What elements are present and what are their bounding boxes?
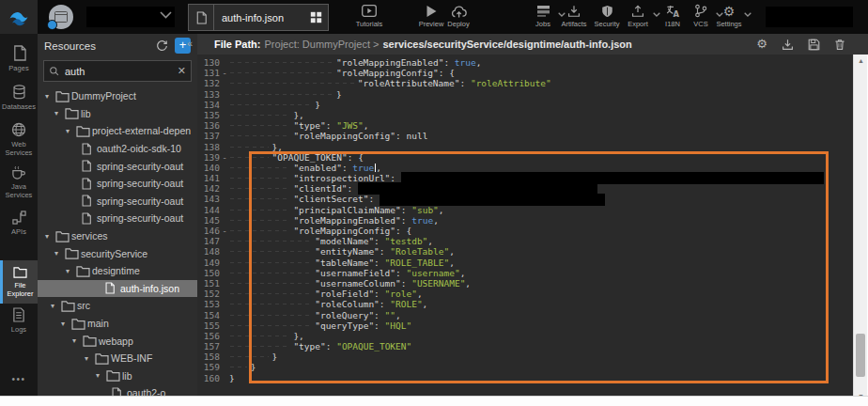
tab-title: auth-info.json — [214, 5, 303, 30]
scroll-up-arrow[interactable]: ▲ — [854, 55, 868, 67]
code-line-144[interactable]: 144"principalClaimName": "sub", — [197, 205, 853, 215]
chevron-expanded-icon[interactable]: ▾ — [45, 232, 54, 241]
code-line-131[interactable]: 131-"roleMappingConfig": { — [197, 68, 853, 78]
code-line-146[interactable]: 146-"roleMappingConfig": { — [197, 226, 853, 236]
toolbar-button-deploy[interactable]: Deploy — [438, 4, 479, 28]
code-line-157[interactable]: 157"type": "OPAQUE_TOKEN" — [197, 341, 853, 351]
code-line-130[interactable]: 130"roleMappingEnabled": true, — [197, 57, 853, 68]
code-line-150[interactable]: 150"usernameField": "username", — [197, 268, 853, 278]
folder-icon — [83, 335, 95, 347]
sidebar-item-databases[interactable]: Databases — [0, 85, 38, 111]
tree-item-web-inf[interactable]: ▾WEB-INF — [38, 350, 197, 367]
fold-marker-icon[interactable]: - — [220, 68, 229, 78]
chevron-expanded-icon[interactable]: ▾ — [45, 92, 54, 101]
chevron-expanded-icon[interactable]: ▾ — [85, 354, 94, 363]
app-logo[interactable] — [0, 0, 38, 34]
tree-item-project-external-depen[interactable]: ▾project-external-depen — [38, 122, 197, 140]
save-file-icon[interactable] — [808, 39, 820, 51]
sidebar-item-apis[interactable]: APIs — [0, 211, 38, 236]
tree-item-spring-security-oaut[interactable]: spring-security-oaut — [38, 210, 197, 227]
tree-item-designtime[interactable]: ▾designtime — [38, 262, 197, 280]
sidebar-item-pages[interactable]: Pages — [0, 45, 38, 72]
folder-icon — [76, 265, 88, 277]
folder-icon — [65, 107, 77, 119]
sidebar-item-logs[interactable]: Logs — [0, 307, 38, 334]
folder-icon — [55, 230, 68, 242]
toolbar-button-settings[interactable]: ⚙Settings — [708, 4, 750, 28]
code-line-135[interactable]: 135}, — [197, 110, 853, 120]
code-line-149[interactable]: 149"tableName": "ROLE_TABLE", — [197, 258, 853, 268]
code-line-136[interactable]: 136"type": "JWS", — [197, 120, 853, 131]
code-line-133[interactable]: 133} — [197, 89, 853, 100]
toolbar-button-tutorials[interactable]: Tutorials — [349, 4, 390, 28]
chevron-expanded-icon[interactable]: ▾ — [54, 249, 64, 258]
code-line-156[interactable]: 156}, — [197, 331, 853, 341]
code-editor[interactable]: 130"roleMappingEnabled": true,131-"roleM… — [197, 55, 853, 396]
tree-item-lib[interactable]: ▾lib — [38, 367, 197, 385]
sidebar-item-more[interactable]: ••• — [0, 369, 38, 386]
folder-icon — [13, 266, 27, 278]
tree-item-src[interactable]: ▾src — [38, 297, 197, 315]
code-line-159[interactable]: 159} — [197, 362, 853, 372]
download-file-icon[interactable] — [782, 39, 794, 51]
tree-item-main[interactable]: ▾main — [38, 315, 197, 333]
cloud-up-icon — [451, 4, 467, 18]
file-path-label: File Path: — [214, 39, 261, 50]
tree-item-services[interactable]: ▾services — [38, 227, 197, 245]
tree-item-spring-security-oaut[interactable]: spring-security-oaut — [38, 175, 197, 193]
code-line-147[interactable]: 147"modelName": "testdb", — [197, 236, 853, 246]
tree-item-spring-security-oaut[interactable]: spring-security-oaut — [38, 193, 197, 211]
sidebar-item-java-services[interactable]: Java Services — [0, 165, 38, 199]
code-line-138[interactable]: 138}, — [197, 142, 853, 152]
code-line-145[interactable]: 145"roleMappingEnabled": true, — [197, 215, 853, 226]
code-line-143[interactable]: 143"clientSecret": — [197, 194, 853, 204]
code-line-137[interactable]: 137"roleMappingConfig": null — [197, 131, 853, 141]
editor-scrollbar[interactable]: ▲ ▼ — [853, 55, 867, 402]
open-file-tab[interactable]: auth-info.json — [188, 4, 329, 31]
code-line-139[interactable]: 139-"OPAQUE_TOKEN": { — [197, 152, 853, 163]
code-line-160[interactable]: 160} — [197, 373, 853, 383]
code-line-132[interactable]: 132"roleAttributeName": "roleAttribute" — [197, 78, 853, 88]
file-icon — [189, 5, 214, 30]
collapse-panel-icon[interactable]: « — [187, 38, 193, 49]
chevron-expanded-icon[interactable]: ▾ — [54, 109, 64, 117]
refresh-icon[interactable] — [156, 39, 168, 52]
tree-item-spring-security-oaut[interactable]: spring-security-oaut — [38, 157, 197, 175]
chevron-expanded-icon[interactable]: ▾ — [66, 127, 75, 135]
tree-item-oauth2-o[interactable]: oauth2-o — [38, 384, 197, 396]
search-input[interactable] — [63, 65, 178, 78]
chevron-expanded-icon[interactable]: ▾ — [66, 267, 75, 275]
chevron-expanded-icon[interactable]: ▾ — [61, 320, 70, 328]
code-line-158[interactable]: 158} — [197, 351, 853, 362]
chevron-expanded-icon[interactable]: ▾ — [96, 371, 105, 380]
fold-marker-icon[interactable]: - — [220, 152, 229, 163]
sidebar-item-web-services[interactable]: Web Services — [0, 122, 38, 157]
code-line-151[interactable]: 151"usernameColumn": "USERNAME", — [197, 278, 853, 289]
fold-marker-icon[interactable]: - — [220, 226, 229, 236]
project-chevron-down-icon[interactable] — [160, 11, 172, 19]
code-line-148[interactable]: 148"entityName": "RoleTable", — [197, 246, 853, 257]
file-settings-gear-icon[interactable]: ⚙ — [756, 38, 767, 51]
page-bottom-strip — [0, 396, 868, 406]
tree-item-dummyproject[interactable]: ▾DummyProject — [38, 87, 197, 105]
clear-search-icon[interactable]: ✕ — [178, 65, 186, 77]
chevron-down-icon[interactable] — [744, 12, 752, 17]
tree-item-lib[interactable]: ▾lib — [38, 105, 197, 123]
grid-icon[interactable] — [303, 5, 328, 30]
code-line-134[interactable]: 134} — [197, 100, 853, 110]
tree-item-webapp[interactable]: ▾webapp — [38, 332, 197, 350]
project-avatar[interactable] — [49, 5, 73, 29]
folder-icon — [95, 352, 107, 365]
code-line-152[interactable]: 152"roleField": "role", — [197, 289, 853, 299]
delete-file-trash-icon[interactable] — [834, 39, 845, 51]
scrollbar-thumb[interactable] — [856, 334, 865, 377]
code-line-155[interactable]: 155"queryType": "HQL" — [197, 320, 853, 331]
tree-item-oauth2-oidc-sdk-10[interactable]: oauth2-oidc-sdk-10 — [38, 140, 197, 158]
sidebar-item-file-explorer[interactable]: File Explorer — [0, 260, 38, 304]
chevron-expanded-icon[interactable]: ▾ — [51, 302, 60, 310]
code-line-153[interactable]: 153"roleColumn": "ROLE", — [197, 299, 853, 309]
chevron-expanded-icon[interactable]: ▾ — [72, 336, 82, 345]
tree-item-securityservice[interactable]: ▾securityService — [38, 244, 197, 262]
code-line-154[interactable]: 154"roleQuery": "", — [197, 310, 853, 320]
tree-item-auth-info-json[interactable]: auth-info.json — [38, 280, 197, 298]
